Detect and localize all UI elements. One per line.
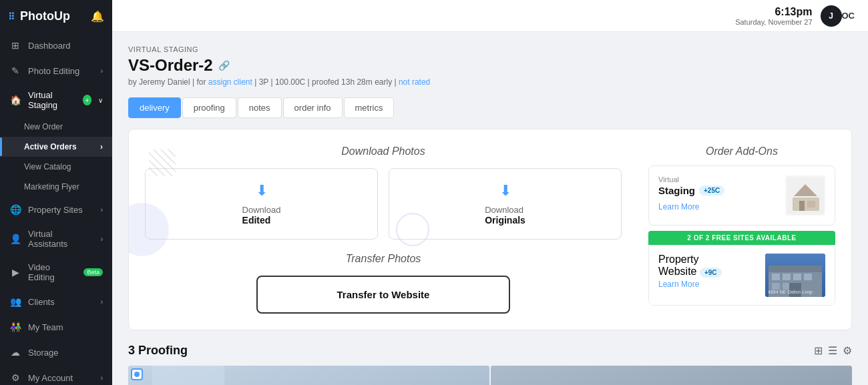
sidebar-item-virtual-staging[interactable]: 🏠 Virtual Staging + ∨ [0,83,112,117]
breadcrumb: VIRTUAL STAGING [128,45,852,53]
download-section: Download Photos ⬇ Download Edited ⬇ [145,145,622,240]
sidebar-item-my-account[interactable]: ⚙ My Account › [0,365,112,385]
addon-website-price: +9C [700,268,722,278]
addon-website-image: 4894 NE Dalton Loop [765,254,825,297]
settings-icon[interactable]: ⚙ [843,344,852,357]
order-title: VS-Order-2 🔗 [128,56,852,75]
tab-delivery[interactable]: delivery [128,97,181,118]
svg-rect-4 [807,201,815,208]
sidebar-item-label: Dashboard [28,41,71,51]
list-view-icon[interactable]: ☰ [828,344,837,357]
sidebar-item-label: Storage [28,348,59,358]
sidebar-item-label: Video Editing [28,262,74,282]
download-photos-title: Download Photos [145,145,622,157]
sidebar-item-label: Virtual Staging [28,90,75,110]
tab-order-info[interactable]: order info [283,97,343,118]
team-icon: 👫 [9,321,21,333]
link-icon[interactable]: 🔗 [218,60,230,71]
addon-virtual-staging-card: Virtual Staging +25C Learn More [648,165,835,226]
delivery-panel: Download Photos ⬇ Download Edited ⬇ [128,129,852,330]
addon-website-card: Property Website +9C Learn More [648,245,835,306]
sidebar-item-clients[interactable]: 👥 Clients › [0,289,112,314]
svg-rect-7 [769,266,822,272]
download-edited-label: Download [242,205,281,215]
user-code: OC [842,11,855,21]
sub-item-active-orders[interactable]: Active Orders › [0,137,112,157]
grid-view-icon[interactable]: ⊞ [814,344,823,357]
logo-text: PhotoUp [20,9,70,23]
sub-item-marketing-flyer[interactable]: Marketing Flyer [0,177,112,197]
video-editing-icon: ▶ [9,266,21,278]
plus-badge[interactable]: + [83,95,91,105]
chevron-icon: › [101,67,103,75]
sidebar: ⠿ PhotoUp 🔔 ⊞ Dashboard ✎ Photo Editing … [0,0,112,385]
account-icon: ⚙ [9,372,21,384]
chevron-icon: › [101,206,103,214]
sidebar-item-dashboard[interactable]: ⊞ Dashboard [0,33,112,58]
tab-notes[interactable]: notes [238,97,282,118]
chevron-icon: › [101,374,103,382]
property-sites-icon: 🌐 [9,204,21,216]
logo[interactable]: ⠿ PhotoUp 🔔 [0,0,112,33]
chevron-icon: › [101,298,103,306]
sidebar-item-photo-editing[interactable]: ✎ Photo Editing › [0,58,112,83]
addon-staging-name: Staging [658,185,695,196]
order-meta: by Jeremy Daniel | for assign client | 3… [128,77,852,87]
deco-stripe [149,149,176,176]
tab-metrics[interactable]: metrics [344,97,395,118]
proof-image-1 [128,366,489,385]
addon-staging-price: +25C [699,185,724,196]
not-rated-link[interactable]: not rated [399,77,430,87]
svg-rect-8 [772,274,780,280]
transfer-photos-title: Transfer Photos [145,253,622,265]
sub-item-view-catalog[interactable]: View Catalog [0,157,112,177]
download-edited-button[interactable]: ⬇ Download Edited [145,168,378,240]
sites-banner: 2 OF 2 FREE SITES AVAILABLE [648,231,835,245]
chevron-icon: ∨ [98,97,103,104]
proof-select-badge-1[interactable] [131,368,143,380]
download-edited-icon: ⬇ [256,182,268,200]
proofing-images [128,366,852,385]
addon-website-learn-more[interactable]: Learn More [658,280,699,289]
chevron-icon: › [101,236,103,243]
beta-badge: Beta [83,268,103,276]
photo-editing-icon: ✎ [9,65,21,77]
order-title-text: VS-Order-2 [128,56,213,75]
sub-item-new-order[interactable]: New Order [0,117,112,137]
proof-image-2 [491,366,852,385]
sub-item-label: Marketing Flyer [24,182,79,191]
sidebar-item-virtual-assistants[interactable]: 👤 Virtual Assistants › [0,222,112,256]
sidebar-item-label: Clients [28,297,55,307]
sidebar-item-storage[interactable]: ☁ Storage [0,340,112,365]
addons-title: Order Add-Ons [648,145,835,157]
topbar: 6:13pm Saturday, November 27 J OC [112,0,868,32]
download-originals-sublabel: Originals [485,215,525,226]
sidebar-item-label: Virtual Assistants [28,229,94,249]
svg-rect-9 [783,274,791,280]
download-buttons: ⬇ Download Edited ⬇ Download Or [145,168,622,240]
virtual-staging-icon: 🏠 [9,94,21,106]
addon-website-name: Website [658,266,697,277]
sidebar-item-label: My Account [28,373,73,383]
addons-section: Order Add-Ons Virtual Staging +25C Learn… [648,145,835,314]
addon-staging-learn-more[interactable]: Learn More [658,202,699,212]
sidebar-item-label: Photo Editing [28,66,79,76]
download-originals-label: Download [485,205,523,215]
virtual-assistants-icon: 👤 [9,233,21,245]
grid-icon: ⠿ [8,11,15,22]
assign-client-link[interactable]: assign client [208,77,252,87]
addon-virtual-label: Virtual [658,175,785,183]
proof-select-dot-1 [134,372,140,377]
content-area: VIRTUAL STAGING VS-Order-2 🔗 by Jeremy D… [112,32,868,385]
sidebar-item-video-editing[interactable]: ▶ Video Editing Beta [0,256,112,289]
transfer-to-website-button[interactable]: Transfer to Website [256,276,510,314]
notification-icon[interactable]: 🔔 [91,10,104,23]
sidebar-item-property-sites[interactable]: 🌐 Property Sites › [0,197,112,222]
tab-proofing[interactable]: proofing [182,97,236,118]
sub-item-label: New Order [24,122,63,131]
tabs: delivery proofing notes order info metri… [128,97,852,118]
sidebar-item-my-team[interactable]: 👫 My Team [0,314,112,340]
chevron-icon: › [100,142,103,151]
svg-rect-17 [152,366,224,385]
svg-rect-10 [793,274,801,280]
